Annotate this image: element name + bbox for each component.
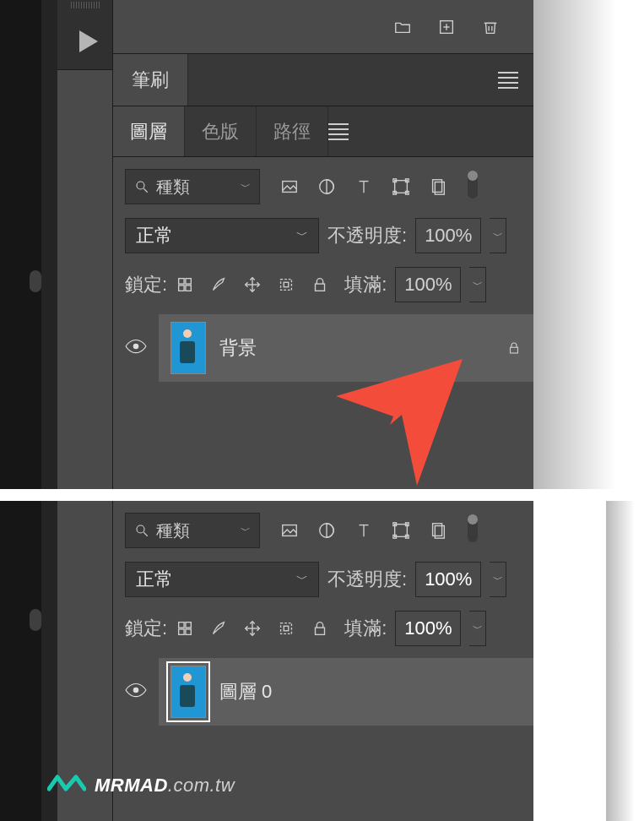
panel-menu-icon[interactable] [498,68,518,92]
watermark: MRMAD.com.tw [47,772,235,799]
watermark-logo-icon [47,772,86,799]
filter-image-icon[interactable] [280,177,299,196]
lock-move-icon[interactable] [243,619,262,638]
trash-icon[interactable] [481,18,500,36]
filter-adjust-icon[interactable] [317,177,336,196]
lock-label: 鎖定: [125,616,167,641]
blend-mode-select[interactable]: 正常 ﹀ [125,562,319,597]
filter-smart-icon[interactable] [429,521,447,540]
lock-artboard-icon[interactable] [277,619,295,638]
svg-rect-44 [179,623,184,628]
svg-rect-46 [179,629,184,634]
svg-rect-21 [179,285,184,291]
tab-channels[interactable]: 色版 [185,106,257,156]
svg-rect-19 [179,279,184,284]
fill-label: 填滿: [344,272,387,297]
layers-panel-tabs: 圖層 色版 路徑 [113,106,533,157]
lock-artboard-icon[interactable] [277,275,295,294]
svg-point-31 [137,525,144,533]
tab-layers[interactable]: 圖層 [113,106,185,156]
opacity-chevron-icon[interactable]: ﹀ [490,562,506,597]
actions-bottom-toolbar [113,0,533,54]
filter-toggle[interactable] [468,175,478,198]
visibility-icon[interactable] [125,339,147,357]
opacity-label: 不透明度: [327,567,407,592]
lock-pixels-icon[interactable] [176,619,194,638]
fill-chevron-icon[interactable]: ﹀ [469,267,486,302]
filter-text-icon[interactable] [354,177,373,196]
svg-rect-50 [281,623,292,634]
svg-rect-45 [186,623,191,628]
svg-rect-25 [281,280,292,291]
folder-icon[interactable] [393,18,412,36]
layer-name[interactable]: 圖層 0 [219,679,272,704]
chevron-down-icon: ﹀ [241,524,251,538]
blend-mode-value: 正常 [136,223,173,248]
svg-rect-26 [284,282,289,287]
chevron-down-icon: ﹀ [296,572,308,587]
search-icon [134,523,149,538]
filter-toggle[interactable] [468,519,478,542]
fill-value[interactable]: 100% [395,611,461,646]
opacity-value[interactable]: 100% [415,562,481,597]
svg-rect-22 [186,285,191,291]
lock-pixels-icon[interactable] [176,275,194,294]
svg-point-28 [133,344,139,350]
lock-all-icon[interactable] [311,275,329,294]
layer-filter-label: 種類 [156,176,190,198]
watermark-domain: .com.tw [168,775,235,796]
layer-filter-select[interactable]: 種類 ﹀ [125,169,260,204]
chevron-down-icon: ﹀ [241,180,251,194]
play-icon[interactable] [79,30,98,52]
lock-paint-icon[interactable] [209,619,228,638]
lock-icon[interactable] [506,340,522,356]
lock-all-icon[interactable] [311,619,329,638]
opacity-value[interactable]: 100% [415,218,481,253]
opacity-chevron-icon[interactable]: ﹀ [490,218,506,253]
svg-rect-51 [284,626,289,631]
blend-mode-select[interactable]: 正常 ﹀ [125,218,319,253]
watermark-bold: MRMAD [95,775,168,796]
filter-shape-icon[interactable] [392,521,410,540]
layer-thumbnail[interactable] [170,322,206,374]
layer-row[interactable]: 圖層 0 [113,658,533,726]
grip-icon [71,2,100,8]
filter-text-icon[interactable] [354,521,373,540]
layer-name[interactable]: 背景 [219,335,257,361]
chevron-down-icon: ﹀ [296,228,308,243]
svg-rect-52 [316,628,325,634]
tab-paths[interactable]: 路徑 [257,106,328,156]
filter-adjust-icon[interactable] [317,521,336,540]
panel-menu-icon[interactable] [328,120,349,144]
svg-point-53 [133,688,139,693]
fill-value[interactable]: 100% [395,267,461,302]
visibility-icon[interactable] [125,682,147,701]
svg-line-7 [143,188,148,193]
svg-marker-30 [336,359,463,486]
svg-rect-47 [186,629,191,634]
svg-rect-27 [316,284,325,291]
lock-label: 鎖定: [125,272,167,297]
filter-shape-icon[interactable] [392,177,410,196]
layer-thumbnail[interactable] [170,666,206,718]
search-icon [134,179,149,194]
lock-move-icon[interactable] [243,275,262,294]
annotation-arrow [336,359,471,489]
fill-label: 填滿: [344,616,387,641]
actions-play-area [57,0,113,70]
lock-paint-icon[interactable] [209,275,228,294]
layer-filter-select[interactable]: 種類 ﹀ [125,513,260,548]
brushes-tab[interactable]: 筆刷 [113,54,188,106]
new-icon[interactable] [437,18,456,36]
brushes-panel-header: 筆刷 [113,54,533,106]
svg-rect-29 [511,347,518,353]
filter-smart-icon[interactable] [429,177,447,196]
svg-rect-20 [186,279,191,284]
blend-mode-value: 正常 [136,567,173,592]
opacity-label: 不透明度: [327,223,407,248]
svg-point-6 [137,182,144,189]
layer-filter-label: 種類 [156,519,190,542]
filter-image-icon[interactable] [280,521,299,540]
fill-chevron-icon[interactable]: ﹀ [469,611,486,646]
svg-line-32 [143,532,148,536]
